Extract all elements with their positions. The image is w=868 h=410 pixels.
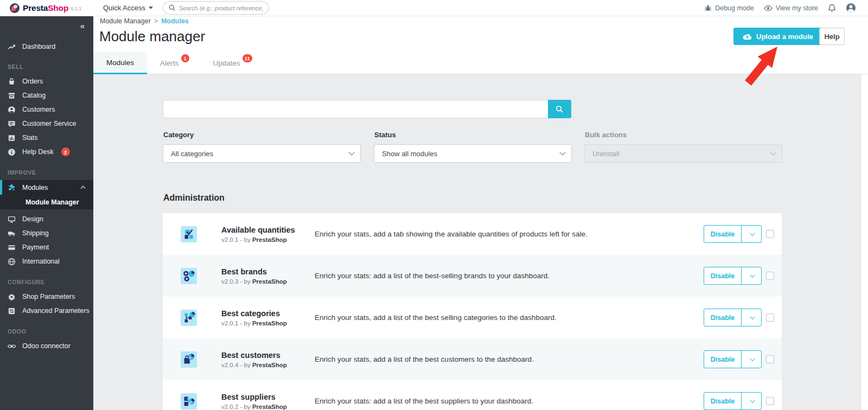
disable-button[interactable]: Disable xyxy=(704,267,742,284)
module-search-row xyxy=(163,100,571,118)
disable-button[interactable]: Disable xyxy=(704,393,742,409)
search-icon xyxy=(169,4,176,11)
module-actions: Disable xyxy=(704,309,774,326)
best-suppliers-module-icon xyxy=(181,393,197,409)
topbar-right-group: Debug mode View my store xyxy=(704,3,856,13)
module-select-checkbox[interactable] xyxy=(766,272,774,280)
breadcrumb-parent[interactable]: Module Manager xyxy=(100,17,151,25)
module-action-split-button: Disable xyxy=(704,392,762,410)
chevron-down-icon xyxy=(749,398,755,403)
module-action-split-button: Disable xyxy=(704,225,762,243)
sidebar-item-customer-service[interactable]: Customer Service xyxy=(0,117,93,131)
global-search-input[interactable] xyxy=(179,5,263,11)
bulk-actions-select[interactable]: Uninstall xyxy=(584,144,782,163)
action-dropdown-button[interactable] xyxy=(742,393,761,409)
module-name[interactable]: Best categories xyxy=(221,309,315,318)
module-search-button[interactable] xyxy=(548,100,571,118)
sidebar-item-international[interactable]: International xyxy=(0,254,93,268)
module-actions: Disable xyxy=(704,225,774,243)
sidebar-item-payment[interactable]: Payment xyxy=(0,240,93,254)
alerts-badge: 1 xyxy=(181,54,189,62)
best-categories-module-icon xyxy=(181,310,197,326)
tab-label: Alerts xyxy=(160,59,179,67)
prestashop-logo[interactable]: PrestaShop 8.2.1 xyxy=(10,3,93,13)
action-dropdown-button[interactable] xyxy=(742,267,761,284)
disable-button[interactable]: Disable xyxy=(704,226,742,242)
view-my-store-label: View my store xyxy=(776,4,818,12)
sidebar-collapse-button[interactable]: « xyxy=(80,20,85,33)
module-version: v2.0.1 - by PrestaShop xyxy=(221,320,315,326)
sidebar-subitem-label: Module Manager xyxy=(25,198,79,206)
module-select-checkbox[interactable] xyxy=(766,313,774,322)
view-my-store-link[interactable]: View my store xyxy=(764,4,818,12)
account-menu-button[interactable] xyxy=(846,3,856,13)
sidebar-item-label: Design xyxy=(22,215,43,223)
status-select-value: Show all modules xyxy=(382,150,437,158)
status-select[interactable]: Show all modules xyxy=(374,144,572,163)
action-dropdown-button[interactable] xyxy=(742,309,761,326)
module-name[interactable]: Best customers xyxy=(221,350,315,360)
tab-alerts[interactable]: Alerts1 xyxy=(147,52,200,74)
prestashop-logo-icon xyxy=(10,3,20,13)
module-search-input[interactable] xyxy=(163,100,548,118)
module-select-checkbox[interactable] xyxy=(766,397,774,405)
sidebar-item-help-desk[interactable]: Help Desk 2 xyxy=(0,145,93,159)
breadcrumb-current[interactable]: Modules xyxy=(161,17,189,25)
sidebar-item-shipping[interactable]: Shipping xyxy=(0,226,93,240)
sidebar-item-module-manager[interactable]: Module Manager xyxy=(0,195,93,209)
puzzle-icon xyxy=(8,183,16,191)
user-avatar-icon xyxy=(846,3,856,13)
upload-module-button[interactable]: Upload a module xyxy=(733,28,822,45)
help-button[interactable]: Help xyxy=(819,28,845,45)
sidebar-item-label: Odoo connector xyxy=(22,342,71,350)
module-description: Enrich your stats: add a list of the bes… xyxy=(315,272,704,280)
cloud-upload-icon xyxy=(743,33,752,40)
main-area: Module Manager > Modules Module manager … xyxy=(93,16,868,410)
eye-icon xyxy=(764,5,773,11)
sidebar-item-stats[interactable]: Stats xyxy=(0,131,93,145)
sidebar-item-label: Advanced Parameters xyxy=(22,307,90,315)
sidebar-item-modules[interactable]: Modules xyxy=(0,180,93,195)
sidebar-item-dashboard[interactable]: Dashboard xyxy=(0,40,93,53)
chevron-up-icon xyxy=(80,185,86,191)
module-row: Best categories v2.0.1 - by PrestaShop E… xyxy=(163,297,782,338)
sidebar-item-customers[interactable]: Customers xyxy=(0,102,93,117)
sidebar-section-sell: SELL xyxy=(0,63,93,70)
debug-mode-link[interactable]: Debug mode xyxy=(704,4,754,12)
chevron-down-icon xyxy=(749,356,755,361)
action-dropdown-button[interactable] xyxy=(742,226,761,242)
gear-icon xyxy=(8,293,16,301)
scrollbar-track[interactable] xyxy=(861,74,868,410)
module-description: Enrich your stats, add a list of the bes… xyxy=(315,355,704,363)
breadcrumb: Module Manager > Modules xyxy=(100,17,189,25)
status-label: Status xyxy=(374,131,396,139)
notifications-button[interactable] xyxy=(828,4,836,12)
tab-bar: Modules Alerts1 Updates11 xyxy=(93,52,868,74)
module-version: v2.0.2 - by PrestaShop xyxy=(221,403,315,410)
sidebar-item-catalog[interactable]: Catalog xyxy=(0,88,93,102)
module-select-checkbox[interactable] xyxy=(766,355,774,363)
sidebar-item-advanced-parameters[interactable]: Advanced Parameters xyxy=(0,304,93,318)
sidebar-item-design[interactable]: Design xyxy=(0,212,93,226)
module-name[interactable]: Best brands xyxy=(221,267,315,277)
disable-button[interactable]: Disable xyxy=(704,309,742,326)
tab-updates[interactable]: Updates11 xyxy=(200,52,263,74)
action-dropdown-button[interactable] xyxy=(742,351,761,368)
sidebar-item-odoo-connector[interactable]: Odoo connector xyxy=(0,339,93,353)
sidebar-item-shop-parameters[interactable]: Shop Parameters xyxy=(0,290,93,304)
category-select[interactable]: All categories xyxy=(163,144,361,163)
module-name[interactable]: Best suppliers xyxy=(221,392,315,402)
debug-mode-label: Debug mode xyxy=(715,4,754,12)
module-title-block: Available quantities v2.0.1 - by PrestaS… xyxy=(221,225,315,243)
quick-access-dropdown[interactable]: Quick Access xyxy=(103,4,153,12)
tab-label: Modules xyxy=(106,59,134,67)
tab-modules[interactable]: Modules xyxy=(93,52,147,74)
module-name[interactable]: Available quantities xyxy=(221,225,315,235)
sidebar-item-orders[interactable]: Orders xyxy=(0,74,93,88)
version-label: 8.2.1 xyxy=(71,6,81,11)
disable-button[interactable]: Disable xyxy=(704,351,742,368)
module-select-checkbox[interactable] xyxy=(766,230,774,238)
module-description: Enrich your stats, add a tab showing the… xyxy=(315,230,704,238)
sidebar-section-improve: IMPROVE xyxy=(0,169,93,176)
link-icon xyxy=(8,342,16,350)
